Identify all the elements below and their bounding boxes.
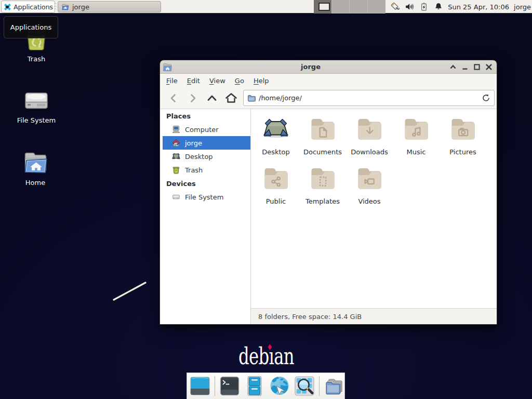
taskbar-folder-icon [61, 3, 69, 11]
path-text[interactable]: /home/jorge/ [259, 94, 478, 102]
sidebar-item-label: Trash [185, 166, 203, 174]
path-bar[interactable]: /home/jorge/ [243, 90, 495, 106]
f-pictures-icon [450, 116, 475, 141]
file-public[interactable]: Public [252, 166, 299, 215]
window-close-button[interactable] [485, 63, 493, 71]
file-downloads[interactable]: Downloads [346, 116, 393, 166]
sb-drive-icon [172, 193, 180, 201]
file-label: Public [252, 197, 299, 205]
network-wired-icon[interactable] [390, 2, 400, 11]
forward-button[interactable] [185, 91, 200, 105]
xfce-logo-icon [4, 3, 11, 11]
dock-separator [319, 376, 320, 396]
sidebar-item-label: Desktop [185, 153, 213, 161]
window-titlebar[interactable]: jorge [160, 60, 497, 74]
file-templates[interactable]: Templates [299, 166, 346, 215]
sidebar-item-label: File System [185, 193, 223, 201]
sidebar-item-label: Computer [185, 126, 219, 134]
file-pictures[interactable]: Pictures [440, 116, 486, 166]
panel-grip[interactable] [54, 4, 57, 10]
f-documents-icon [310, 116, 335, 141]
up-button[interactable] [205, 91, 219, 105]
window-shade-button[interactable] [449, 63, 457, 71]
file-manager-window: jorge FileEditViewGoHelp /home/jorge/ Pl… [160, 60, 497, 324]
sidebar-header-devices: Devices [160, 177, 250, 190]
taskbar-window-button[interactable]: jorge [58, 1, 161, 12]
window-app-icon [163, 62, 172, 72]
sidebar-item-label: jorge [185, 139, 202, 147]
applications-tooltip: Applications [4, 16, 58, 38]
back-button[interactable] [166, 91, 181, 105]
terminal-launcher[interactable] [219, 376, 240, 396]
sidebar-item-jorge[interactable]: jorge [163, 136, 250, 150]
workspace-2[interactable] [332, 0, 350, 14]
reload-button[interactable] [482, 94, 490, 102]
desktop-icon-file-system[interactable]: File System [11, 87, 61, 124]
wallpaper-swirl-line [109, 278, 151, 304]
taskbar-window-label: jorge [72, 3, 89, 11]
file-label: Templates [299, 197, 346, 205]
notifications-bell-icon[interactable] [434, 2, 443, 11]
file-view[interactable]: DesktopDocumentsDownloadsMusicPicturesPu… [251, 109, 497, 324]
desktop-icon-label: Home [10, 179, 60, 187]
show-desktop-button[interactable] [190, 376, 210, 396]
tooltip-text: Applications [10, 23, 51, 31]
workspace-pager[interactable] [314, 0, 385, 14]
workspace-3[interactable] [350, 0, 368, 14]
window-maximize-button[interactable] [473, 63, 481, 71]
file-label: Downloads [346, 148, 393, 156]
home-button[interactable] [224, 91, 238, 105]
desktop-icon-home[interactable]: Home [10, 150, 60, 187]
workspace-1[interactable] [314, 0, 332, 14]
menu-edit[interactable]: Edit [182, 75, 205, 86]
file-label: Documents [299, 148, 346, 156]
bottom-dock [187, 373, 345, 399]
menu-go[interactable]: Go [230, 75, 249, 86]
f-templates-icon [310, 166, 335, 191]
sidebar-item-computer[interactable]: Computer [160, 123, 250, 136]
desktop-icon-label: File System [11, 116, 61, 124]
file-videos[interactable]: Videos [346, 166, 393, 215]
volume-icon[interactable] [405, 2, 414, 11]
desktop-icon-label: Trash [11, 55, 61, 63]
window-minimize-button[interactable] [461, 63, 469, 71]
sidebar-item-file-system[interactable]: File System [160, 190, 250, 204]
f-music-icon [404, 116, 429, 141]
sb-trash-icon [172, 166, 180, 174]
app-finder-launcher[interactable] [294, 376, 315, 396]
web-browser-launcher[interactable] [269, 376, 290, 396]
sidebar-item-desktop[interactable]: Desktop [160, 150, 250, 163]
file-label: Videos [346, 197, 393, 205]
f-public-icon [263, 166, 288, 191]
menu-view[interactable]: View [205, 75, 230, 86]
menu-help[interactable]: Help [249, 75, 274, 86]
dock-separator [215, 376, 215, 396]
f-videos-icon [357, 166, 382, 191]
applications-label: Applications [14, 3, 53, 11]
sidebar-item-trash[interactable]: Trash [160, 163, 250, 177]
directory-menu-button[interactable] [324, 376, 344, 396]
workspace-4[interactable] [368, 0, 386, 14]
battery-charging-icon[interactable] [419, 2, 429, 11]
file-manager-launcher[interactable] [244, 376, 265, 396]
file-label: Desktop [252, 148, 299, 156]
pager-window-thumb [318, 3, 330, 11]
sb-computer-icon [172, 125, 180, 134]
path-folder-icon [247, 94, 256, 102]
top-panel: Applications jorge Sun 25 Apr, 10:06 jor… [0, 0, 532, 14]
sb-desktop-icon [172, 152, 180, 161]
file-music[interactable]: Music [393, 116, 440, 166]
file-documents[interactable]: Documents [299, 116, 346, 166]
menu-file[interactable]: File [162, 75, 182, 86]
toolbar: /home/jorge/ [160, 87, 497, 109]
panel-clock[interactable]: Sun 25 Apr, 10:06 [448, 0, 509, 14]
desktop: TrashFile SystemHome debıan jorge FileEd… [0, 0, 532, 399]
file-desktop[interactable]: Desktop [252, 116, 299, 166]
f-downloads-icon [357, 116, 382, 141]
f-desktop-icon [263, 116, 288, 141]
statusbar-text: 8 folders, Free space: 14.4 GiB [258, 313, 362, 321]
file-label: Pictures [440, 148, 486, 156]
panel-user-menu[interactable]: jorge [514, 0, 531, 14]
statusbar: 8 folders, Free space: 14.4 GiB [251, 308, 497, 324]
applications-menu-button[interactable]: Applications [1, 1, 55, 13]
